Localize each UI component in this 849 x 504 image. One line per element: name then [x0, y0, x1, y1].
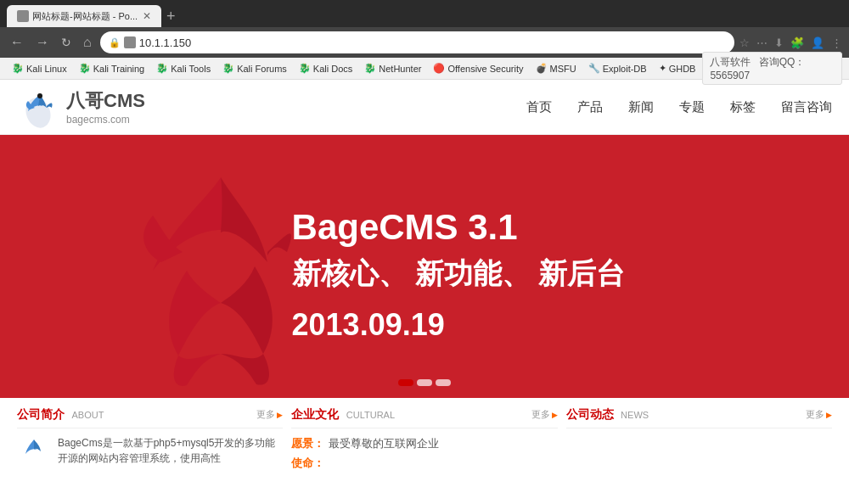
tab-close-button[interactable]: ✕: [143, 10, 151, 22]
logo-area: 八哥CMS bagecms.com: [17, 86, 145, 128]
exploit-db-icon: 🔧: [588, 63, 600, 74]
bookmark-kali-forums[interactable]: 🐉 Kali Forums: [217, 61, 292, 76]
bookmark-ghdb[interactable]: ✦ GHDB: [654, 61, 701, 76]
section-culture-more-icon: ▶: [552, 411, 558, 419]
site-favicon: [124, 36, 136, 48]
tab-favicon: [17, 10, 29, 22]
hero-title-2: 新核心、 新功能、 新后台: [292, 255, 626, 294]
kali-docs-icon: 🐉: [299, 63, 311, 74]
bookmark-kali-tools-label: Kali Tools: [171, 64, 211, 74]
carousel-dot-3[interactable]: [436, 379, 451, 386]
extensions-icon[interactable]: 🧩: [790, 36, 804, 49]
section-news-more-label: 更多: [806, 408, 824, 421]
about-content: BageCms是一款基于php5+mysql5开发的多功能开源的网站内容管理系统…: [17, 435, 283, 469]
section-culture-more[interactable]: 更多 ▶: [531, 408, 558, 421]
section-about-title: 公司简介 ABOUT: [17, 406, 104, 423]
site-info-box: 八哥软件 咨询QQ：5565907: [702, 52, 842, 85]
section-news: 公司动态 NEWS 更多 ▶: [566, 406, 832, 471]
bookmark-kali-forums-label: Kali Forums: [237, 64, 287, 74]
url-text: 10.1.1.150: [139, 36, 726, 49]
active-tab[interactable]: 网站标题-网站标题 - Po... ✕: [7, 5, 161, 27]
hero-banner: BageCMS 3.1 新核心、 新功能、 新后台 2013.09.19: [0, 135, 849, 398]
downloads-icon[interactable]: ⬇: [774, 36, 784, 49]
tab-bar: 网站标题-网站标题 - Po... ✕ +: [0, 0, 849, 27]
section-news-more-icon: ▶: [826, 411, 832, 419]
section-culture-header: 企业文化 CULTURAL 更多 ▶: [291, 406, 557, 428]
bookmark-kali-linux-label: Kali Linux: [26, 64, 67, 74]
forward-button[interactable]: →: [32, 33, 53, 52]
bookmark-kali-training[interactable]: 🐉 Kali Training: [74, 61, 150, 76]
nethunter-icon: 🐉: [364, 63, 376, 74]
about-description: BageCms是一款基于php5+mysql5开发的多功能开源的网站内容管理系统…: [58, 435, 283, 469]
settings-icon[interactable]: ⋮: [831, 36, 842, 49]
bookmark-kali-training-label: Kali Training: [93, 64, 145, 74]
svg-point-1: [37, 93, 42, 98]
section-about-more-label: 更多: [256, 408, 275, 421]
bookmark-kali-linux[interactable]: 🐉 Kali Linux: [7, 61, 72, 76]
nav-tags[interactable]: 标签: [730, 99, 756, 115]
section-about-header: 公司简介 ABOUT 更多 ▶: [17, 406, 283, 428]
new-tab-button[interactable]: +: [166, 8, 176, 24]
section-news-title: 公司动态 NEWS: [566, 406, 649, 423]
carousel-dots: [398, 379, 451, 386]
section-about: 公司简介 ABOUT 更多 ▶ BageCms是一款基于php5+mysql5开…: [17, 406, 283, 471]
logo-text: 八哥CMS bagecms.com: [66, 88, 145, 126]
bookmark-kali-tools[interactable]: 🐉 Kali Tools: [151, 61, 216, 76]
nav-topics[interactable]: 专题: [679, 99, 705, 115]
site-label: 八哥软件: [710, 56, 751, 68]
bookmark-kali-docs[interactable]: 🐉 Kali Docs: [294, 61, 357, 76]
section-culture: 企业文化 CULTURAL 更多 ▶ 愿景： 最受尊敬的互联网企业 使命：: [291, 406, 557, 471]
bookmarks-bar: 🐉 Kali Linux 🐉 Kali Training 🐉 Kali Tool…: [0, 58, 849, 80]
back-button[interactable]: ←: [7, 33, 27, 52]
bookmark-msfu-label: MSFU: [550, 64, 576, 74]
address-right-icons: ☆ ⋯ ⬇ 🧩 👤 ⋮: [739, 36, 842, 49]
bookmark-exploit-db-label: Exploit-DB: [603, 64, 647, 74]
section-about-title-cn: 公司简介: [17, 407, 65, 421]
hero-title-1: BageCMS 3.1: [292, 207, 626, 248]
bookmark-nethunter[interactable]: 🐉 NetHunter: [359, 61, 426, 76]
about-logo-icon: [17, 435, 51, 469]
bookmark-nethunter-label: NetHunter: [379, 64, 421, 74]
nav-home[interactable]: 首页: [526, 99, 552, 115]
section-about-more[interactable]: 更多 ▶: [256, 408, 283, 421]
section-culture-title-en: CULTURAL: [346, 410, 395, 420]
logo-url: bagecms.com: [66, 114, 145, 126]
section-news-title-cn: 公司动态: [566, 407, 614, 421]
address-input[interactable]: 🔒 10.1.1.150: [100, 31, 734, 53]
nav-contact[interactable]: 留言咨询: [781, 99, 832, 115]
security-icon: 🔒: [109, 37, 121, 48]
offensive-security-icon: 🔴: [433, 63, 445, 74]
msfu-icon: 💣: [536, 63, 548, 74]
bookmark-ghdb-label: GHDB: [669, 64, 696, 74]
hero-date: 2013.09.19: [292, 307, 626, 343]
section-about-more-icon: ▶: [277, 411, 283, 419]
culture-content: 愿景： 最受尊敬的互联网企业 使命：: [291, 435, 557, 471]
culture-vision-label: 愿景：: [291, 437, 324, 450]
reload-button[interactable]: ↻: [58, 34, 75, 51]
bookmark-offensive-security[interactable]: 🔴 Offensive Security: [428, 61, 528, 76]
site-nav: 首页 产品 新闻 专题 标签 留言咨询: [526, 99, 832, 115]
bottom-sections: 公司简介 ABOUT 更多 ▶ BageCms是一款基于php5+mysql5开…: [0, 398, 849, 479]
nav-news[interactable]: 新闻: [628, 99, 654, 115]
carousel-dot-1[interactable]: [398, 379, 413, 386]
bookmark-msfu[interactable]: 💣 MSFU: [531, 61, 582, 76]
logo-name: 八哥CMS: [66, 88, 145, 114]
bookmark-offensive-security-label: Offensive Security: [447, 64, 523, 74]
website-content: 八哥CMS bagecms.com 首页 产品 新闻 专题 标签 留言咨询: [0, 80, 849, 479]
nav-products[interactable]: 产品: [577, 99, 603, 115]
kali-forums-icon: 🐉: [222, 63, 234, 74]
bookmark-exploit-db[interactable]: 🔧 Exploit-DB: [583, 61, 652, 76]
logo-bird-icon: [17, 86, 59, 128]
kali-tools-icon: 🐉: [156, 63, 168, 74]
menu-dots-icon[interactable]: ⋯: [756, 36, 767, 49]
section-news-more[interactable]: 更多 ▶: [806, 408, 832, 421]
browser-chrome: 网站标题-网站标题 - Po... ✕ + ← → ↻ ⌂ 🔒 10.1.1.1…: [0, 0, 849, 80]
site-header: 八哥CMS bagecms.com 首页 产品 新闻 专题 标签 留言咨询: [0, 80, 849, 135]
bookmark-star-icon[interactable]: ☆: [739, 36, 750, 49]
section-culture-more-label: 更多: [531, 408, 550, 421]
bookmark-kali-docs-label: Kali Docs: [313, 64, 352, 74]
carousel-dot-2[interactable]: [417, 379, 432, 386]
profile-icon[interactable]: 👤: [811, 36, 824, 49]
home-button[interactable]: ⌂: [80, 33, 95, 52]
hero-content: BageCMS 3.1 新核心、 新功能、 新后台 2013.09.19: [224, 190, 626, 343]
